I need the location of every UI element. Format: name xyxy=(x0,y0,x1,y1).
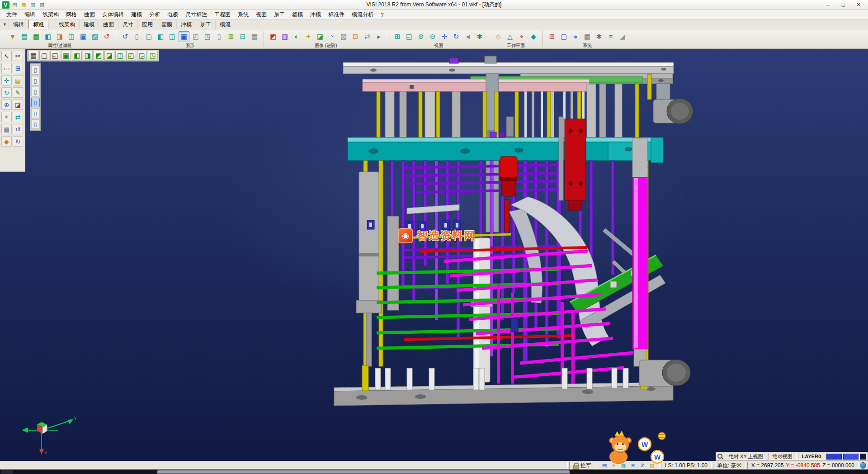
filter-properties-icon[interactable]: ▼ xyxy=(7,31,18,42)
undo-icon[interactable]: ↺ xyxy=(13,124,23,134)
menu-item[interactable]: 电极 xyxy=(164,10,182,19)
close-button[interactable]: ✕ xyxy=(851,0,866,9)
mold-assembly-model[interactable] xyxy=(0,49,868,461)
minimize-button[interactable]: ─ xyxy=(820,0,835,9)
tab-die[interactable]: 冲模 xyxy=(177,20,196,29)
workplane-align-icon[interactable]: △ xyxy=(505,31,515,42)
tab-dropdown-icon[interactable]: ▼ xyxy=(1,20,9,29)
slope-icon[interactable]: ◢ xyxy=(617,31,628,42)
zoom-window-icon[interactable]: ◱ xyxy=(404,31,415,42)
snap-grid-icon[interactable]: ▦ xyxy=(1,124,12,134)
workplane-view-icon[interactable]: ◆ xyxy=(528,31,539,42)
tab-machining[interactable]: 加工 xyxy=(196,20,216,29)
menu-item[interactable]: 编辑 xyxy=(21,10,39,19)
shade-mode-icon[interactable]: ◧ xyxy=(155,31,166,42)
menu-item[interactable]: 标准件 xyxy=(325,10,348,19)
menu-item[interactable]: 加工 xyxy=(270,10,288,19)
taskbar-start-fragment[interactable] xyxy=(1,470,13,474)
menu-item[interactable]: ? xyxy=(377,11,387,19)
view-box-icon[interactable]: ▢ xyxy=(39,51,49,61)
filter-color-icon[interactable]: ▦ xyxy=(31,31,42,42)
cube-right-view-icon[interactable]: ◨ xyxy=(83,51,93,61)
snapshot-icon[interactable]: ⊡ xyxy=(350,31,361,42)
cube-dynamic-view-icon[interactable]: ◳ xyxy=(148,51,158,61)
rotate-view-icon[interactable]: ↻ xyxy=(451,31,462,42)
color-swatch-1[interactable] xyxy=(826,454,842,460)
animate-icon[interactable]: ▸ xyxy=(373,31,384,42)
tab-modeling[interactable]: 建模 xyxy=(80,20,99,29)
print-doc-icon[interactable]: ▧ xyxy=(38,1,46,9)
stack-icon[interactable]: ⊞ xyxy=(226,31,236,42)
hide-element-icon[interactable]: ◰ xyxy=(190,31,201,42)
filter-shade-icon[interactable]: ◨ xyxy=(54,31,65,42)
filter-surface-icon[interactable]: ▨ xyxy=(90,31,100,42)
menu-item[interactable]: 曲面 xyxy=(80,10,99,19)
clipboard-icon[interactable]: ▯ xyxy=(31,98,40,107)
background-swatch[interactable] xyxy=(860,454,866,460)
palette-icon[interactable]: ⊞ xyxy=(547,31,557,42)
new-doc-icon[interactable]: ▤ xyxy=(11,1,19,9)
tab-edit[interactable]: 编辑 xyxy=(9,20,28,29)
clipboard-icon[interactable]: ▯ xyxy=(31,65,40,75)
settings-icon[interactable]: ✱ xyxy=(594,31,604,42)
cylinder-tool-icon[interactable]: ▯ xyxy=(132,31,142,42)
taskbar-window-fragment[interactable] xyxy=(157,470,570,474)
transparency-icon[interactable]: ◔ xyxy=(326,31,337,42)
magnifier-icon[interactable] xyxy=(717,454,723,460)
texture-icon[interactable]: ▥ xyxy=(279,31,290,42)
tab-standard[interactable]: 标准 xyxy=(28,20,48,29)
redo-icon[interactable]: ↻ xyxy=(13,136,23,147)
zoom-fit-icon[interactable]: ⊞ xyxy=(392,31,403,42)
menu-item[interactable]: 冲模 xyxy=(307,10,325,19)
view-mode-indicator[interactable]: 绝对 XY 上视图 xyxy=(725,453,767,460)
menu-item[interactable]: 系统 xyxy=(234,10,252,19)
view-window-icon[interactable]: ◱ xyxy=(50,51,60,61)
cube-iso-view-icon[interactable]: ◰ xyxy=(126,51,136,61)
menu-item[interactable]: 实体编辑 xyxy=(99,10,127,19)
show-element-icon[interactable]: ◳ xyxy=(202,31,213,42)
cube-back-view-icon[interactable]: ◪ xyxy=(104,51,114,61)
refresh-icon[interactable]: ↺ xyxy=(120,31,131,42)
paste-icon[interactable]: ▤ xyxy=(13,75,23,85)
view-grid-icon[interactable]: ▦ xyxy=(28,51,38,61)
mirror-icon[interactable]: ⇄ xyxy=(13,112,23,122)
rotate-orbit-icon[interactable]: ↻ xyxy=(1,87,12,98)
bookmark-icon[interactable]: ◆ xyxy=(1,136,12,147)
wireframe-mode-icon[interactable]: ◫ xyxy=(167,31,178,42)
color-swatch-2[interactable] xyxy=(843,454,859,460)
clipboard-icon[interactable]: ▯ xyxy=(31,109,40,118)
workplane-origin-icon[interactable]: ⌖ xyxy=(516,31,527,42)
box-tool-icon[interactable]: ▢ xyxy=(143,31,154,42)
background-icon[interactable]: ▧ xyxy=(338,31,349,42)
dynamic-mode-icon[interactable]: ▣ xyxy=(179,31,189,42)
light-icon[interactable]: ✦ xyxy=(303,31,314,42)
tab-apply[interactable]: 应用 xyxy=(138,20,157,29)
cube-bottom-view-icon[interactable]: ◫ xyxy=(115,51,125,61)
pan-icon[interactable]: ✛ xyxy=(439,31,450,42)
tab-mold[interactable]: 塑膜 xyxy=(157,20,177,29)
measure-icon[interactable]: ⌖ xyxy=(1,112,12,122)
menu-item[interactable]: 工程图 xyxy=(211,10,234,19)
filter-layer-icon[interactable]: ▤ xyxy=(19,31,30,42)
filter-element-icon[interactable]: ◧ xyxy=(42,31,53,42)
menu-item[interactable]: 线架构 xyxy=(39,10,62,19)
units-indicator[interactable]: 单位: 毫米 xyxy=(713,462,746,469)
menu-item[interactable]: 塑模 xyxy=(288,10,307,19)
absolute-view-indicator[interactable]: 绝对视图 xyxy=(769,453,797,460)
menu-item[interactable]: 尺寸标注 xyxy=(182,10,211,19)
menu-item[interactable]: 网格 xyxy=(62,10,80,19)
group-icon[interactable]: ⊟ xyxy=(237,31,248,42)
tab-dimension[interactable]: 尺寸 xyxy=(118,20,138,29)
select-pointer-icon[interactable]: ↖ xyxy=(1,51,12,61)
layers-icon[interactable]: ≡ xyxy=(605,31,616,42)
globe-icon[interactable] xyxy=(860,462,866,469)
erase-icon[interactable]: ◪ xyxy=(13,100,23,110)
menu-item[interactable]: 建模 xyxy=(127,10,146,19)
open-doc-icon[interactable]: ▦ xyxy=(20,1,28,9)
active-layer-indicator[interactable]: LAYER0 xyxy=(798,453,825,460)
maximize-button[interactable]: □ xyxy=(835,0,851,9)
material-icon[interactable]: ◐ xyxy=(291,31,302,42)
grid-icon[interactable]: ▦ xyxy=(249,31,260,42)
redraw-icon[interactable]: ✱ xyxy=(474,31,485,42)
tab-surface[interactable]: 曲面 xyxy=(99,20,118,29)
